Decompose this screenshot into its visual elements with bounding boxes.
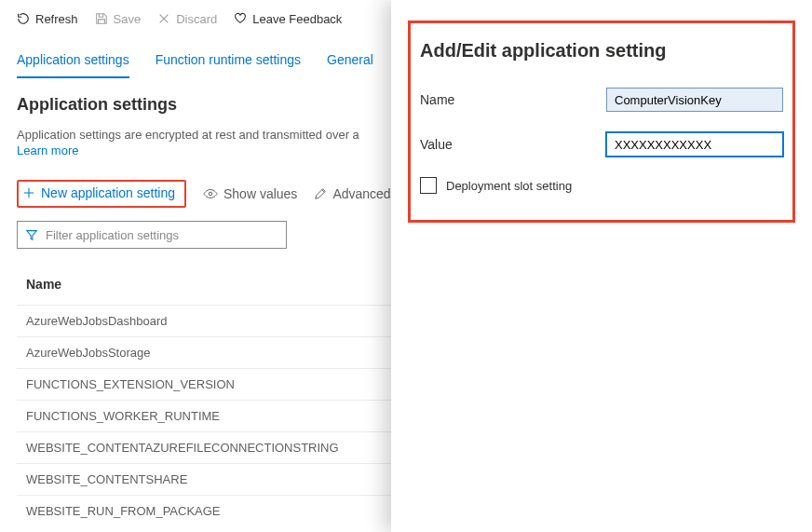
name-row: Name xyxy=(420,88,783,112)
filter-icon xyxy=(25,228,38,241)
new-app-setting-button[interactable]: New application setting xyxy=(22,185,175,200)
save-button[interactable]: Save xyxy=(95,12,142,26)
save-icon xyxy=(95,12,108,25)
slot-label: Deployment slot setting xyxy=(446,179,572,193)
pencil-icon xyxy=(314,187,327,200)
show-values-label: Show values xyxy=(223,186,297,201)
new-app-setting-label: New application setting xyxy=(41,185,175,200)
name-label: Name xyxy=(420,92,606,107)
discard-button[interactable]: Discard xyxy=(157,12,217,26)
advanced-button[interactable]: Advanced xyxy=(314,186,390,201)
plus-icon xyxy=(22,186,35,199)
slot-checkbox[interactable] xyxy=(420,177,437,194)
feedback-button[interactable]: Leave Feedback xyxy=(234,12,342,26)
value-row: Value xyxy=(420,132,783,157)
filter-input[interactable] xyxy=(46,228,278,242)
refresh-icon xyxy=(17,12,30,25)
show-values-button[interactable]: Show values xyxy=(203,186,297,201)
panel-title: Add/Edit application setting xyxy=(420,40,783,61)
highlight-new-setting: New application setting xyxy=(17,180,186,208)
tab-general[interactable]: General xyxy=(327,52,373,78)
filter-box[interactable] xyxy=(17,221,287,249)
slot-row: Deployment slot setting xyxy=(420,177,783,194)
name-input[interactable] xyxy=(606,88,783,112)
tab-runtime-settings[interactable]: Function runtime settings xyxy=(156,52,301,78)
value-input[interactable] xyxy=(606,132,783,157)
tab-application-settings[interactable]: Application settings xyxy=(17,52,129,78)
heart-icon xyxy=(234,12,247,25)
discard-label: Discard xyxy=(176,12,217,26)
feedback-label: Leave Feedback xyxy=(252,12,342,26)
refresh-button[interactable]: Refresh xyxy=(17,12,78,26)
svg-point-0 xyxy=(209,192,212,196)
highlight-panel: Add/Edit application setting Name Value … xyxy=(408,20,795,223)
refresh-label: Refresh xyxy=(35,12,78,26)
discard-icon xyxy=(157,12,170,25)
save-label: Save xyxy=(114,12,142,26)
learn-more-link[interactable]: Learn more xyxy=(17,143,78,157)
value-label: Value xyxy=(420,137,606,152)
advanced-label: Advanced xyxy=(332,186,390,201)
add-edit-panel: Add/Edit application setting Name Value … xyxy=(391,0,812,532)
eye-icon xyxy=(203,187,218,200)
